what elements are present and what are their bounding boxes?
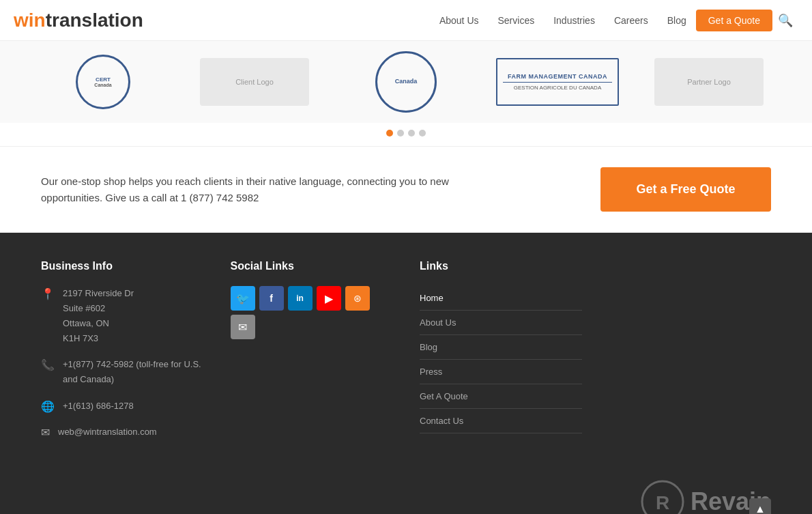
site-logo[interactable]: wintranslation	[14, 10, 143, 31]
youtube-button[interactable]: ▶	[317, 286, 341, 311]
logo-placeholder-2: Client Logo	[200, 58, 309, 106]
twitter-button[interactable]: 🐦	[231, 286, 255, 311]
footer-links-list: Home About Us Blog Press Get A Quote Con…	[420, 286, 582, 433]
email-social-button[interactable]: ✉	[231, 315, 255, 339]
rss-button[interactable]: ⊛	[345, 286, 370, 311]
location-icon: 📍	[41, 287, 55, 300]
footer-link-blog-anchor[interactable]: Blog	[420, 335, 582, 359]
nav-links: About Us Services Industries Careers Blo…	[430, 14, 772, 27]
footer-address-item: 📍 2197 Riverside DrSuite #602Ottawa, ONK…	[41, 286, 203, 346]
farm-management-canada-logo: FARM MANAGEMENT CANADA GESTION AGRICOLE …	[496, 58, 619, 106]
nav-link-blog[interactable]: Blog	[658, 15, 696, 26]
footer-social-links: Social Links 🐦 f in ▶ ⊛ ✉	[231, 260, 393, 451]
carousel-logo-5: Partner Logo	[633, 55, 785, 109]
carousel-logo-2: Client Logo	[179, 55, 330, 109]
nav-item-services[interactable]: Services	[489, 14, 545, 27]
nav-item-quote[interactable]: Get a Quote	[696, 14, 772, 27]
nav-item-industries[interactable]: Industries	[544, 14, 605, 27]
footer-link-quote-anchor[interactable]: Get A Quote	[420, 384, 582, 408]
email-icon: ✉	[41, 426, 50, 439]
footer-link-home-anchor[interactable]: Home	[420, 286, 582, 310]
footer-link-press[interactable]: Press	[420, 360, 582, 384]
footer-link-contact-anchor[interactable]: Contact Us	[420, 409, 582, 433]
footer-link-about-anchor[interactable]: About Us	[420, 311, 582, 334]
facebook-button[interactable]: f	[259, 286, 284, 311]
footer-phone-local-text: +1(613) 686-1278	[63, 399, 134, 414]
footer-revain-col	[609, 260, 772, 451]
nav-quote-button[interactable]: Get a Quote	[696, 10, 772, 31]
footer-phone-local-item: 🌐 +1(613) 686-1278	[41, 399, 203, 414]
globe-icon: 🌐	[41, 400, 55, 413]
footer-social-title: Social Links	[231, 260, 393, 272]
footer-email-item: ✉ web@wintranslation.com	[41, 425, 203, 440]
cta-banner: Our one-stop shop helps you reach client…	[0, 146, 812, 233]
carousel-dot-3[interactable]	[408, 130, 415, 137]
revain-area: R Revain	[41, 471, 771, 514]
footer-business-info-title: Business Info	[41, 260, 203, 272]
scroll-top-button[interactable]: ▲	[749, 498, 771, 514]
carousel-dot-2[interactable]	[397, 130, 404, 137]
svg-text:R: R	[656, 492, 669, 513]
navbar: wintranslation About Us Services Industr…	[0, 0, 812, 41]
logo-text: wintranslation	[14, 10, 143, 31]
footer: Business Info 📍 2197 Riverside DrSuite #…	[0, 233, 812, 514]
nav-link-industries[interactable]: Industries	[544, 15, 605, 26]
footer-link-home[interactable]: Home	[420, 286, 582, 311]
nav-item-careers[interactable]: Careers	[605, 14, 658, 27]
footer-link-quote[interactable]: Get A Quote	[420, 384, 582, 409]
linkedin-button[interactable]: in	[288, 286, 313, 311]
nav-item-about[interactable]: About Us	[430, 14, 489, 27]
footer-link-about[interactable]: About Us	[420, 311, 582, 335]
carousel-logo-1: CERT Canada	[27, 55, 179, 109]
carousel-logo-farm: FARM MANAGEMENT CANADA GESTION AGRICOLE …	[482, 55, 633, 109]
nav-link-about[interactable]: About Us	[430, 15, 489, 26]
nav-link-careers[interactable]: Careers	[605, 15, 658, 26]
logo-badge-3: Canada	[375, 51, 437, 113]
logo-carousel: CERT Canada Client Logo Canada FARM MANA…	[0, 41, 812, 123]
nav-item-blog[interactable]: Blog	[658, 14, 696, 27]
carousel-dot-1[interactable]	[386, 130, 393, 137]
footer-links-col: Links Home About Us Blog Press Get A Quo…	[420, 260, 582, 451]
footer-link-contact[interactable]: Contact Us	[420, 409, 582, 433]
footer-email-link[interactable]: web@wintranslation.com	[58, 427, 157, 437]
social-icons-container: 🐦 f in ▶ ⊛ ✉	[231, 286, 393, 339]
logo-placeholder-5: Partner Logo	[654, 58, 764, 106]
carousel-dot-4[interactable]	[419, 130, 426, 137]
cta-text: Our one-stop shop helps you reach client…	[41, 173, 505, 206]
farm-logo-divider	[503, 82, 612, 83]
footer-link-press-anchor[interactable]: Press	[420, 360, 582, 384]
footer-links-title: Links	[420, 260, 582, 272]
farm-logo-top-text: FARM MANAGEMENT CANADA	[508, 73, 607, 80]
logo-badge-1: CERT Canada	[76, 55, 130, 109]
nav-link-services[interactable]: Services	[489, 15, 545, 26]
footer-top: Business Info 📍 2197 Riverside DrSuite #…	[41, 260, 771, 451]
phone-icon: 📞	[41, 358, 55, 371]
revain-icon: R	[639, 478, 686, 514]
footer-email-text: web@wintranslation.com	[58, 425, 157, 440]
footer-business-info: Business Info 📍 2197 Riverside DrSuite #…	[41, 260, 203, 451]
carousel-logos: CERT Canada Client Logo Canada FARM MANA…	[0, 55, 812, 109]
carousel-dots	[0, 123, 812, 146]
search-icon[interactable]: 🔍	[772, 13, 798, 28]
farm-logo-bottom-text: GESTION AGRICOLE DU CANADA	[514, 85, 601, 91]
footer-address-text: 2197 Riverside DrSuite #602Ottawa, ONK1H…	[63, 286, 134, 346]
carousel-logo-3: Canada	[330, 55, 482, 109]
footer-phone-tollfree-text: +1(877) 742-5982 (toll-free for U.S. and…	[63, 357, 203, 387]
get-free-quote-button[interactable]: Get a Free Quote	[600, 167, 771, 212]
footer-link-blog[interactable]: Blog	[420, 335, 582, 360]
footer-phone-tollfree-item: 📞 +1(877) 742-5982 (toll-free for U.S. a…	[41, 357, 203, 387]
